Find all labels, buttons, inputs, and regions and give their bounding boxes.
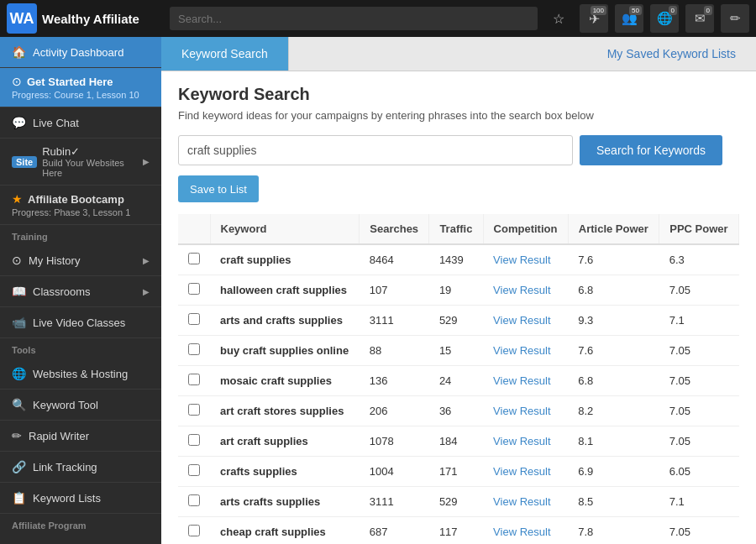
row-select-checkbox[interactable]	[188, 404, 200, 416]
table-row: art craft supplies 1078 184 View Result …	[178, 426, 739, 457]
row-checkbox-cell[interactable]	[178, 275, 210, 306]
classrooms-icon: 📖	[12, 285, 26, 298]
traffic-cell: 529	[429, 306, 483, 336]
sidebar-item-link-tracking[interactable]: 🔗 Link Tracking	[0, 452, 161, 483]
sidebar-item-wa-affiliate[interactable]: $ WA Affiliate Program	[0, 534, 161, 544]
row-checkbox-cell[interactable]	[178, 306, 210, 336]
competition-cell[interactable]: View Result	[483, 517, 568, 545]
main-layout: 🏠 Activity Dashboard ⊙ Get Started Here …	[0, 37, 756, 544]
sidebar-item-rapid-writer[interactable]: ✏ Rapid Writer	[0, 421, 161, 452]
content-area: Keyword Search My Saved Keyword Lists Ke…	[161, 37, 756, 544]
competition-cell[interactable]: View Result	[483, 487, 568, 517]
sidebar-item-get-started[interactable]: ⊙ Get Started Here Progress: Course 1, L…	[0, 68, 161, 107]
table-row: halloween craft supplies 107 19 View Res…	[178, 275, 739, 306]
sidebar-item-websites-hosting[interactable]: 🌐 Websites & Hosting	[0, 358, 161, 390]
row-select-checkbox[interactable]	[188, 343, 200, 355]
traffic-cell: 529	[429, 487, 483, 517]
row-select-checkbox[interactable]	[188, 283, 200, 295]
competition-cell[interactable]: View Result	[483, 275, 568, 306]
row-select-checkbox[interactable]	[188, 525, 200, 536]
row-select-checkbox[interactable]	[188, 253, 200, 264]
row-checkbox-cell[interactable]	[178, 517, 210, 545]
sidebar-item-keyword-lists[interactable]: 📋 Keyword Lists	[0, 483, 161, 514]
sidebar-item-site-rubin[interactable]: Site Rubin✓ Build Your Websites Here ▶	[0, 139, 161, 186]
favorite-icon[interactable]: ☆	[544, 4, 573, 33]
people-icon[interactable]: 👥 50	[615, 4, 643, 33]
view-result-link[interactable]: View Result	[493, 374, 550, 387]
ppc-power-cell: 6.05	[659, 457, 739, 487]
article-power-cell: 8.5	[568, 487, 659, 517]
row-checkbox-cell[interactable]	[178, 457, 210, 487]
edit-icon[interactable]: ✏	[721, 4, 749, 33]
plane-icon[interactable]: ✈ 100	[580, 4, 608, 33]
ppc-power-cell: 7.05	[659, 366, 739, 396]
searches-cell: 206	[360, 396, 429, 426]
table-row: art craft stores supplies 206 36 View Re…	[178, 396, 739, 426]
globe-icon[interactable]: 🌐 0	[650, 4, 679, 33]
sidebar-item-activity-dashboard[interactable]: 🏠 Activity Dashboard	[0, 37, 161, 68]
competition-cell[interactable]: View Result	[483, 457, 568, 487]
tab-saved-keyword-lists[interactable]: My Saved Keyword Lists	[587, 37, 756, 71]
searches-cell: 8464	[360, 244, 429, 275]
searches-cell: 136	[360, 366, 429, 396]
row-checkbox-cell[interactable]	[178, 396, 210, 426]
training-section-header: Training	[0, 225, 161, 245]
row-checkbox-cell[interactable]	[178, 366, 210, 396]
table-row: arts and crafts supplies 3111 529 View R…	[178, 306, 739, 336]
global-search-input[interactable]	[170, 7, 538, 30]
list-icon: 📋	[12, 491, 26, 505]
competition-cell[interactable]: View Result	[483, 426, 568, 457]
chat-icon: 💬	[12, 116, 26, 129]
competition-cell[interactable]: View Result	[483, 306, 568, 336]
article-power-cell: 6.9	[568, 457, 659, 487]
star-icon: ★	[12, 192, 23, 206]
view-result-link[interactable]: View Result	[493, 314, 550, 327]
col-ppc-power: PPC Power	[659, 214, 739, 244]
page-subtitle: Find keyword ideas for your campaigns by…	[178, 109, 739, 122]
row-select-checkbox[interactable]	[188, 434, 200, 446]
row-select-checkbox[interactable]	[188, 374, 200, 385]
keyword-cell: craft supplies	[210, 244, 360, 275]
save-to-list-button[interactable]: Save to List	[178, 175, 259, 202]
view-result-link[interactable]: View Result	[493, 405, 550, 417]
competition-cell[interactable]: View Result	[483, 396, 568, 426]
view-result-link[interactable]: View Result	[493, 495, 550, 508]
view-result-link[interactable]: View Result	[493, 254, 550, 266]
table-row: crafts supplies 1004 171 View Result 6.9…	[178, 457, 739, 487]
row-checkbox-cell[interactable]	[178, 336, 210, 366]
sidebar-item-live-video[interactable]: 📹 Live Video Classes	[0, 307, 161, 338]
competition-cell[interactable]: View Result	[483, 336, 568, 366]
row-checkbox-cell[interactable]	[178, 426, 210, 457]
view-result-link[interactable]: View Result	[493, 435, 550, 447]
row-select-checkbox[interactable]	[188, 313, 200, 325]
searches-cell: 88	[360, 336, 429, 366]
competition-cell[interactable]: View Result	[483, 244, 568, 275]
article-power-cell: 7.6	[568, 244, 659, 275]
competition-cell[interactable]: View Result	[483, 366, 568, 396]
view-result-link[interactable]: View Result	[493, 344, 550, 357]
wa-logo-icon: WA	[7, 3, 37, 34]
keyword-search-input[interactable]	[178, 135, 573, 165]
sidebar-item-bootcamp[interactable]: ★ Affiliate Bootcamp Progress: Phase 3, …	[0, 186, 161, 225]
row-checkbox-cell[interactable]	[178, 244, 210, 275]
keyword-icon: 🔍	[12, 398, 26, 411]
tab-keyword-search[interactable]: Keyword Search	[161, 37, 289, 71]
sidebar-item-keyword-tool[interactable]: 🔍 Keyword Tool	[0, 390, 161, 421]
traffic-cell: 1439	[429, 244, 483, 275]
mail-icon[interactable]: ✉ 0	[685, 4, 714, 33]
article-power-cell: 9.3	[568, 306, 659, 336]
row-checkbox-cell[interactable]	[178, 487, 210, 517]
traffic-cell: 184	[429, 426, 483, 457]
sidebar-item-my-history[interactable]: ⊙ My History ▶	[0, 245, 161, 276]
view-result-link[interactable]: View Result	[493, 465, 550, 478]
row-select-checkbox[interactable]	[188, 494, 200, 506]
classrooms-arrow-icon: ▶	[143, 287, 150, 296]
view-result-link[interactable]: View Result	[493, 526, 550, 538]
search-keywords-button[interactable]: Search for Keywords	[580, 135, 722, 165]
rubin-name: Rubin✓	[42, 145, 138, 158]
sidebar-item-live-chat[interactable]: 💬 Live Chat	[0, 107, 161, 139]
ppc-power-cell: 7.05	[659, 396, 739, 426]
row-select-checkbox[interactable]	[188, 464, 200, 476]
sidebar-item-classrooms[interactable]: 📖 Classrooms ▶	[0, 276, 161, 307]
view-result-link[interactable]: View Result	[493, 284, 550, 296]
